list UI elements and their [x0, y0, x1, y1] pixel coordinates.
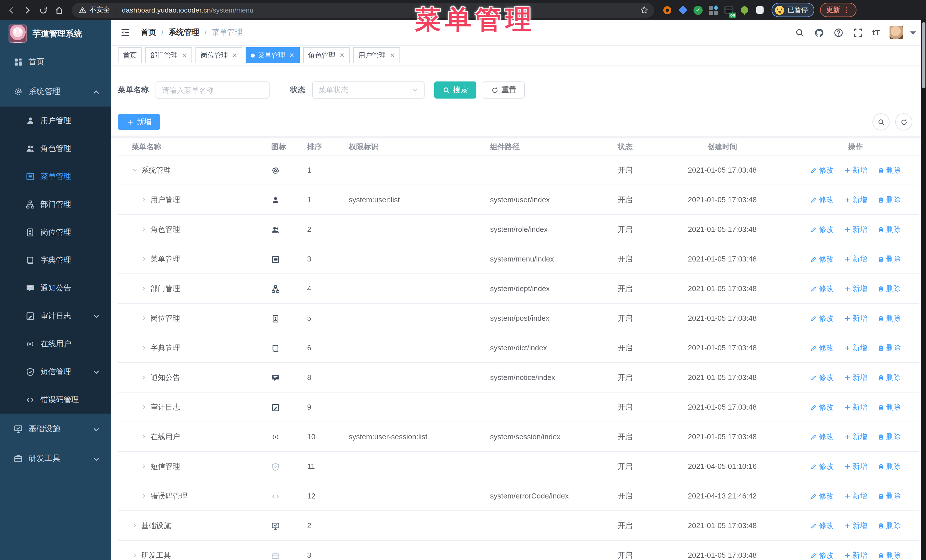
row-expand-button[interactable]: [141, 463, 147, 469]
add-button[interactable]: 新增: [118, 114, 160, 130]
add-child-link[interactable]: 新增: [844, 461, 867, 471]
row-expand-button[interactable]: [141, 285, 147, 292]
browser-forward-button[interactable]: [20, 2, 35, 18]
help-button[interactable]: [834, 27, 843, 38]
row-expand-button[interactable]: [141, 256, 147, 262]
edit-link[interactable]: 修改: [810, 343, 834, 353]
delete-link[interactable]: 删除: [878, 313, 901, 323]
row-expand-button[interactable]: [141, 226, 147, 232]
delete-link[interactable]: 删除: [878, 165, 901, 175]
edit-link[interactable]: 修改: [810, 284, 834, 294]
close-icon[interactable]: ✕: [182, 51, 187, 59]
sidebar-item-菜单管理[interactable]: 菜单管理: [0, 162, 111, 190]
bookmark-star-button[interactable]: [640, 6, 649, 15]
edit-link[interactable]: 修改: [810, 491, 834, 501]
browser-reload-button[interactable]: [35, 2, 51, 18]
add-child-link[interactable]: 新增: [844, 491, 867, 501]
edit-link[interactable]: 修改: [810, 550, 834, 560]
row-expand-button[interactable]: [141, 404, 147, 410]
refresh-table-button[interactable]: [895, 113, 912, 130]
font-size-button[interactable]: tT: [872, 28, 880, 37]
breadcrumb-item-系统管理[interactable]: 系统管理: [169, 27, 200, 38]
add-child-link[interactable]: 新增: [844, 224, 867, 234]
edit-link[interactable]: 修改: [810, 165, 834, 175]
row-expand-button[interactable]: [132, 522, 138, 529]
menu-status-select[interactable]: 菜单状态: [312, 82, 425, 98]
header-search-button[interactable]: [795, 27, 805, 38]
toggle-search-button[interactable]: [872, 113, 890, 130]
sidebar-item-短信管理[interactable]: 短信管理: [0, 358, 111, 386]
delete-link[interactable]: 删除: [878, 550, 901, 560]
delete-link[interactable]: 删除: [878, 343, 901, 353]
delete-link[interactable]: 删除: [878, 224, 901, 234]
kebab-menu-icon[interactable]: [842, 6, 850, 14]
add-child-link[interactable]: 新增: [844, 165, 867, 175]
add-child-link[interactable]: 新增: [844, 195, 867, 205]
add-child-link[interactable]: 新增: [844, 372, 867, 383]
avatar-caret-down-icon[interactable]: [908, 27, 918, 38]
tab-菜单管理[interactable]: 菜单管理✕: [246, 47, 300, 63]
reset-button[interactable]: 重置: [483, 82, 525, 98]
edit-link[interactable]: 修改: [810, 461, 834, 471]
row-expand-button[interactable]: [141, 433, 147, 440]
edit-link[interactable]: 修改: [810, 402, 834, 412]
extension-gem-icon[interactable]: [678, 5, 688, 15]
sidebar-item-部门管理[interactable]: 部门管理: [0, 190, 111, 218]
fullscreen-button[interactable]: [853, 27, 863, 38]
delete-link[interactable]: 删除: [878, 432, 901, 442]
sidebar-fold-button[interactable]: [120, 27, 130, 38]
paused-profile-button[interactable]: 已暂停: [772, 3, 814, 17]
edit-link[interactable]: 修改: [810, 313, 834, 323]
tab-用户管理[interactable]: 用户管理✕: [353, 47, 400, 63]
edit-link[interactable]: 修改: [810, 432, 834, 442]
scrollbar-thumb[interactable]: [922, 22, 925, 88]
extension-puzzle-icon[interactable]: [755, 5, 765, 15]
sidebar-item-字典管理[interactable]: 字典管理: [0, 246, 111, 274]
browser-back-button[interactable]: [3, 2, 20, 18]
user-avatar[interactable]: [890, 26, 903, 39]
add-child-link[interactable]: 新增: [844, 550, 867, 560]
tab-角色管理[interactable]: 角色管理✕: [303, 47, 350, 63]
add-child-link[interactable]: 新增: [844, 521, 867, 531]
delete-link[interactable]: 删除: [878, 402, 901, 412]
address-bar[interactable]: 不安全 dashboard.yudao.iocoder.cn/system/me…: [72, 3, 654, 17]
sidebar-item-基础设施[interactable]: 基础设施: [0, 414, 111, 444]
browser-scrollbar[interactable]: [921, 20, 926, 560]
security-status[interactable]: 不安全: [79, 5, 110, 15]
extension-orange-icon[interactable]: [662, 5, 672, 15]
tab-首页[interactable]: 首页: [118, 47, 142, 63]
github-link[interactable]: [814, 27, 824, 38]
browser-update-button[interactable]: 更新: [820, 3, 856, 17]
sidebar-item-研发工具[interactable]: 研发工具: [0, 444, 111, 473]
delete-link[interactable]: 删除: [878, 461, 901, 471]
close-icon[interactable]: ✕: [289, 51, 294, 59]
edit-link[interactable]: 修改: [810, 372, 834, 383]
add-child-link[interactable]: 新增: [844, 432, 867, 442]
sidebar-item-角色管理[interactable]: 角色管理: [0, 134, 111, 162]
sidebar-item-系统管理[interactable]: 系统管理: [0, 77, 111, 107]
close-icon[interactable]: ✕: [390, 51, 395, 59]
add-child-link[interactable]: 新增: [844, 343, 867, 353]
sidebar-item-审计日志[interactable]: 审计日志: [0, 302, 111, 330]
extension-shield-check-icon[interactable]: ✓: [693, 5, 703, 15]
sidebar-item-首页[interactable]: 首页: [0, 47, 111, 77]
edit-link[interactable]: 修改: [810, 224, 834, 234]
tab-部门管理[interactable]: 部门管理✕: [145, 47, 192, 63]
app-logo-row[interactable]: 芋道管理系统: [0, 20, 111, 47]
row-expand-button[interactable]: [132, 167, 138, 173]
menu-name-input[interactable]: [156, 82, 269, 98]
edit-link[interactable]: 修改: [810, 195, 834, 205]
delete-link[interactable]: 删除: [878, 372, 901, 383]
delete-link[interactable]: 删除: [878, 195, 901, 205]
browser-home-button[interactable]: [51, 2, 67, 18]
edit-link[interactable]: 修改: [810, 521, 834, 531]
row-expand-button[interactable]: [141, 315, 147, 321]
delete-link[interactable]: 删除: [878, 491, 901, 501]
add-child-link[interactable]: 新增: [844, 313, 867, 323]
close-icon[interactable]: ✕: [232, 51, 237, 59]
row-expand-button[interactable]: [141, 196, 147, 203]
extension-grid-icon[interactable]: [708, 5, 719, 15]
add-child-link[interactable]: 新增: [844, 402, 867, 412]
row-expand-button[interactable]: [141, 345, 147, 351]
search-button[interactable]: 搜索: [434, 82, 477, 98]
